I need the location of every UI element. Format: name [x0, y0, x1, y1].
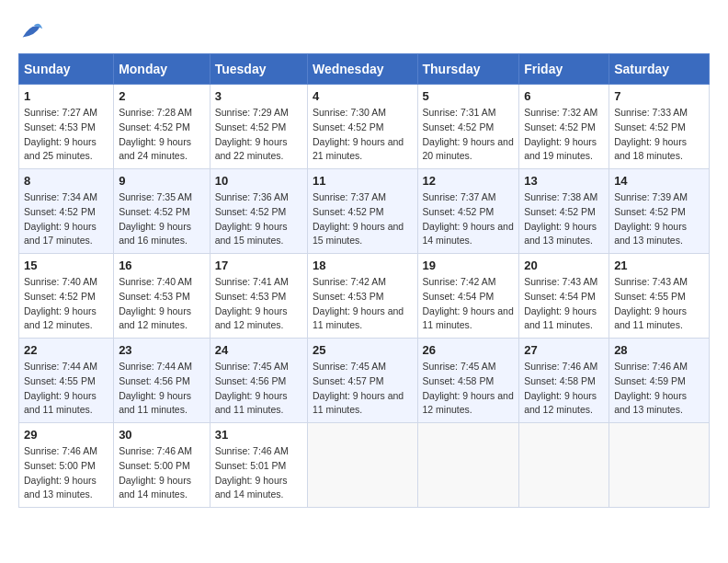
- calendar-cell: 8Sunrise: 7:34 AMSunset: 4:52 PMDaylight…: [19, 169, 114, 254]
- calendar-cell: 16Sunrise: 7:40 AMSunset: 4:53 PMDayligh…: [114, 254, 210, 339]
- day-number: 12: [423, 174, 515, 188]
- day-info: Sunrise: 7:46 AMSunset: 5:00 PMDaylight:…: [24, 444, 108, 502]
- calendar-cell: 12Sunrise: 7:37 AMSunset: 4:52 PMDayligh…: [417, 169, 519, 254]
- logo: [18, 18, 48, 44]
- day-number: 15: [24, 259, 108, 272]
- day-info: Sunrise: 7:31 AMSunset: 4:52 PMDaylight:…: [423, 106, 515, 164]
- calendar-cell: 15Sunrise: 7:40 AMSunset: 4:52 PMDayligh…: [19, 254, 114, 339]
- day-info: Sunrise: 7:32 AMSunset: 4:52 PMDaylight:…: [524, 106, 604, 164]
- day-number: 7: [614, 89, 704, 103]
- day-number: 18: [313, 259, 413, 272]
- day-info: Sunrise: 7:34 AMSunset: 4:52 PMDaylight:…: [24, 190, 108, 248]
- header-day-saturday: Saturday: [609, 54, 710, 85]
- header: [18, 18, 710, 44]
- calendar-cell: [519, 423, 609, 508]
- day-info: Sunrise: 7:38 AMSunset: 4:52 PMDaylight:…: [524, 190, 604, 248]
- day-number: 31: [215, 428, 302, 442]
- day-number: 6: [524, 89, 604, 103]
- day-info: Sunrise: 7:29 AMSunset: 4:52 PMDaylight:…: [215, 106, 302, 164]
- day-info: Sunrise: 7:28 AMSunset: 4:52 PMDaylight:…: [119, 106, 205, 164]
- day-info: Sunrise: 7:43 AMSunset: 4:55 PMDaylight:…: [614, 275, 704, 333]
- calendar-cell: [609, 423, 710, 508]
- day-number: 2: [119, 89, 205, 103]
- day-info: Sunrise: 7:40 AMSunset: 4:52 PMDaylight:…: [24, 275, 108, 333]
- day-info: Sunrise: 7:36 AMSunset: 4:52 PMDaylight:…: [215, 190, 302, 248]
- day-info: Sunrise: 7:42 AMSunset: 4:53 PMDaylight:…: [313, 275, 413, 333]
- day-info: Sunrise: 7:45 AMSunset: 4:56 PMDaylight:…: [215, 360, 302, 418]
- day-info: Sunrise: 7:45 AMSunset: 4:58 PMDaylight:…: [423, 360, 515, 418]
- calendar-header-row: SundayMondayTuesdayWednesdayThursdayFrid…: [19, 54, 710, 85]
- calendar-cell: 20Sunrise: 7:43 AMSunset: 4:54 PMDayligh…: [519, 254, 609, 339]
- day-info: Sunrise: 7:44 AMSunset: 4:56 PMDaylight:…: [119, 360, 205, 418]
- day-number: 16: [119, 259, 205, 272]
- header-day-monday: Monday: [114, 54, 210, 85]
- calendar-cell: 6Sunrise: 7:32 AMSunset: 4:52 PMDaylight…: [519, 85, 609, 169]
- day-number: 13: [524, 174, 604, 188]
- calendar-cell: 19Sunrise: 7:42 AMSunset: 4:54 PMDayligh…: [417, 254, 519, 339]
- calendar-cell: 2Sunrise: 7:28 AMSunset: 4:52 PMDaylight…: [114, 85, 210, 169]
- day-number: 30: [119, 428, 205, 442]
- calendar-cell: 7Sunrise: 7:33 AMSunset: 4:52 PMDaylight…: [609, 85, 710, 169]
- calendar-cell: 23Sunrise: 7:44 AMSunset: 4:56 PMDayligh…: [114, 339, 210, 423]
- day-info: Sunrise: 7:33 AMSunset: 4:52 PMDaylight:…: [614, 106, 704, 164]
- day-info: Sunrise: 7:44 AMSunset: 4:55 PMDaylight:…: [24, 360, 108, 418]
- day-number: 28: [614, 343, 704, 357]
- calendar-cell: [417, 423, 519, 508]
- day-number: 20: [524, 259, 604, 272]
- day-number: 14: [614, 174, 704, 188]
- day-number: 17: [215, 259, 302, 272]
- header-day-thursday: Thursday: [417, 54, 519, 85]
- day-info: Sunrise: 7:46 AMSunset: 5:00 PMDaylight:…: [119, 444, 205, 502]
- calendar-cell: 11Sunrise: 7:37 AMSunset: 4:52 PMDayligh…: [307, 169, 417, 254]
- day-number: 5: [423, 89, 515, 103]
- calendar-cell: 25Sunrise: 7:45 AMSunset: 4:57 PMDayligh…: [307, 339, 417, 423]
- day-number: 29: [24, 428, 108, 442]
- day-number: 26: [423, 343, 515, 357]
- day-number: 25: [313, 343, 413, 357]
- day-number: 1: [24, 89, 108, 103]
- day-number: 10: [215, 174, 302, 188]
- day-info: Sunrise: 7:35 AMSunset: 4:52 PMDaylight:…: [119, 190, 205, 248]
- calendar-cell: 17Sunrise: 7:41 AMSunset: 4:53 PMDayligh…: [210, 254, 307, 339]
- calendar-cell: 13Sunrise: 7:38 AMSunset: 4:52 PMDayligh…: [519, 169, 609, 254]
- calendar-table: SundayMondayTuesdayWednesdayThursdayFrid…: [18, 53, 710, 508]
- header-day-friday: Friday: [519, 54, 609, 85]
- day-info: Sunrise: 7:27 AMSunset: 4:53 PMDaylight:…: [24, 106, 108, 164]
- calendar-cell: [307, 423, 417, 508]
- day-number: 22: [24, 343, 108, 357]
- calendar-cell: 18Sunrise: 7:42 AMSunset: 4:53 PMDayligh…: [307, 254, 417, 339]
- calendar-cell: 31Sunrise: 7:46 AMSunset: 5:01 PMDayligh…: [210, 423, 307, 508]
- day-info: Sunrise: 7:39 AMSunset: 4:52 PMDaylight:…: [614, 190, 704, 248]
- day-info: Sunrise: 7:46 AMSunset: 4:59 PMDaylight:…: [614, 360, 704, 418]
- day-info: Sunrise: 7:45 AMSunset: 4:57 PMDaylight:…: [313, 360, 413, 418]
- day-number: 19: [423, 259, 515, 272]
- calendar-cell: 24Sunrise: 7:45 AMSunset: 4:56 PMDayligh…: [210, 339, 307, 423]
- calendar-cell: 14Sunrise: 7:39 AMSunset: 4:52 PMDayligh…: [609, 169, 710, 254]
- calendar-cell: 22Sunrise: 7:44 AMSunset: 4:55 PMDayligh…: [19, 339, 114, 423]
- calendar-cell: 27Sunrise: 7:46 AMSunset: 4:58 PMDayligh…: [519, 339, 609, 423]
- calendar-cell: 4Sunrise: 7:30 AMSunset: 4:52 PMDaylight…: [307, 85, 417, 169]
- day-info: Sunrise: 7:42 AMSunset: 4:54 PMDaylight:…: [423, 275, 515, 333]
- header-day-wednesday: Wednesday: [307, 54, 417, 85]
- calendar-cell: 30Sunrise: 7:46 AMSunset: 5:00 PMDayligh…: [114, 423, 210, 508]
- day-info: Sunrise: 7:46 AMSunset: 5:01 PMDaylight:…: [215, 444, 302, 502]
- calendar-week-row: 29Sunrise: 7:46 AMSunset: 5:00 PMDayligh…: [19, 423, 710, 508]
- day-info: Sunrise: 7:43 AMSunset: 4:54 PMDaylight:…: [524, 275, 604, 333]
- day-number: 4: [313, 89, 413, 103]
- day-number: 24: [215, 343, 302, 357]
- day-number: 9: [119, 174, 205, 188]
- day-info: Sunrise: 7:46 AMSunset: 4:58 PMDaylight:…: [524, 360, 604, 418]
- calendar-week-row: 22Sunrise: 7:44 AMSunset: 4:55 PMDayligh…: [19, 339, 710, 423]
- day-number: 3: [215, 89, 302, 103]
- day-info: Sunrise: 7:40 AMSunset: 4:53 PMDaylight:…: [119, 275, 205, 333]
- calendar-week-row: 1Sunrise: 7:27 AMSunset: 4:53 PMDaylight…: [19, 85, 710, 169]
- day-info: Sunrise: 7:37 AMSunset: 4:52 PMDaylight:…: [313, 190, 413, 248]
- day-number: 21: [614, 259, 704, 272]
- day-number: 11: [313, 174, 413, 188]
- calendar-cell: 3Sunrise: 7:29 AMSunset: 4:52 PMDaylight…: [210, 85, 307, 169]
- day-number: 8: [24, 174, 108, 188]
- calendar-cell: 21Sunrise: 7:43 AMSunset: 4:55 PMDayligh…: [609, 254, 710, 339]
- calendar-cell: 1Sunrise: 7:27 AMSunset: 4:53 PMDaylight…: [19, 85, 114, 169]
- calendar-cell: 26Sunrise: 7:45 AMSunset: 4:58 PMDayligh…: [417, 339, 519, 423]
- calendar-cell: 10Sunrise: 7:36 AMSunset: 4:52 PMDayligh…: [210, 169, 307, 254]
